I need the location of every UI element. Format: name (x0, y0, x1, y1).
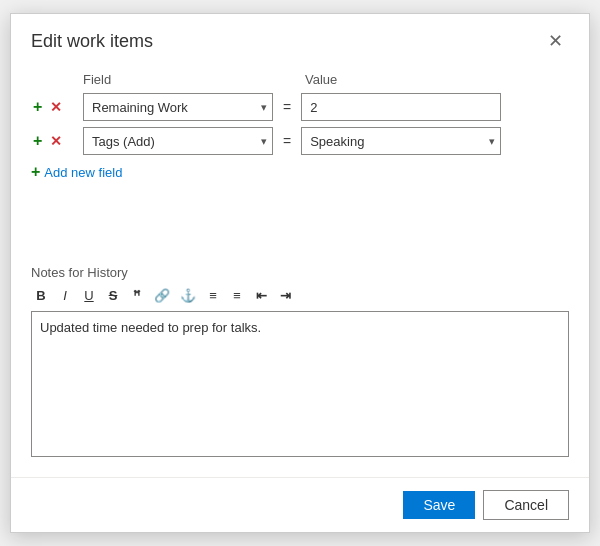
dialog-header: Edit work items ✕ (11, 14, 589, 62)
row-1-remove-button[interactable]: ✕ (48, 100, 64, 114)
field-row-2: + ✕ Remaining Work Tags (Add) Title Prio… (31, 127, 569, 155)
notes-section: Notes for History B I U S ꟸ 🔗 ⚓ ≡ ≡ ⇤ ⇥ … (31, 265, 569, 457)
row-1-actions: + ✕ (31, 99, 75, 115)
row-2-add-button[interactable]: + (31, 133, 44, 149)
toolbar-bold-button[interactable]: B (31, 286, 51, 305)
toolbar-link-button[interactable]: 🔗 (151, 286, 173, 305)
edit-work-items-dialog: Edit work items ✕ Field Value + ✕ Remain… (10, 13, 590, 533)
row-2-actions: + ✕ (31, 133, 75, 149)
add-field-label: Add new field (44, 165, 122, 180)
row-1-field-wrapper: Remaining Work Tags (Add) Title Priority… (83, 93, 273, 121)
row-2-equals: = (283, 133, 291, 149)
row-1-add-button[interactable]: + (31, 99, 44, 115)
toolbar-italic-button[interactable]: I (55, 286, 75, 305)
value-column-header: Value (305, 72, 337, 87)
fields-header-row: Field Value (31, 72, 569, 87)
toolbar-indent-button[interactable]: ⇥ (275, 286, 295, 305)
row-2-field-select[interactable]: Remaining Work Tags (Add) Title Priority… (83, 127, 273, 155)
toolbar-link2-button[interactable]: ⚓ (177, 286, 199, 305)
toolbar-unordered-list-button[interactable]: ≡ (227, 286, 247, 305)
toolbar-strikethrough-button[interactable]: S (103, 286, 123, 305)
row-1-field-select[interactable]: Remaining Work Tags (Add) Title Priority… (83, 93, 273, 121)
row-2-field-wrapper: Remaining Work Tags (Add) Title Priority… (83, 127, 273, 155)
field-column-header: Field (83, 72, 273, 87)
toolbar-underline-button[interactable]: U (79, 286, 99, 305)
notes-textarea[interactable]: Updated time needed to prep for talks. (31, 311, 569, 457)
add-field-row: + Add new field (31, 161, 569, 183)
field-row-1: + ✕ Remaining Work Tags (Add) Title Prio… (31, 93, 569, 121)
dialog-body: Field Value + ✕ Remaining Work Tags (Add… (11, 62, 589, 477)
add-new-field-button[interactable]: + Add new field (31, 161, 122, 183)
row-1-value-input[interactable] (301, 93, 501, 121)
dialog-footer: Save Cancel (11, 477, 589, 532)
add-plus-icon: + (31, 163, 40, 181)
row-2-remove-button[interactable]: ✕ (48, 134, 64, 148)
notes-label: Notes for History (31, 265, 569, 280)
toolbar-ordered-list-button[interactable]: ≡ (203, 286, 223, 305)
notes-toolbar: B I U S ꟸ 🔗 ⚓ ≡ ≡ ⇤ ⇥ (31, 284, 569, 307)
toolbar-format-button[interactable]: ꟸ (127, 286, 147, 305)
row-1-equals: = (283, 99, 291, 115)
dialog-title: Edit work items (31, 31, 153, 52)
close-button[interactable]: ✕ (542, 30, 569, 52)
save-button[interactable]: Save (403, 491, 475, 519)
cancel-button[interactable]: Cancel (483, 490, 569, 520)
row-2-value-select[interactable]: Speaking Architecture Testing Bug (301, 127, 501, 155)
fields-section: Field Value + ✕ Remaining Work Tags (Add… (31, 72, 569, 183)
toolbar-outdent-button[interactable]: ⇤ (251, 286, 271, 305)
row-2-value-wrapper: Speaking Architecture Testing Bug ▾ (301, 127, 501, 155)
